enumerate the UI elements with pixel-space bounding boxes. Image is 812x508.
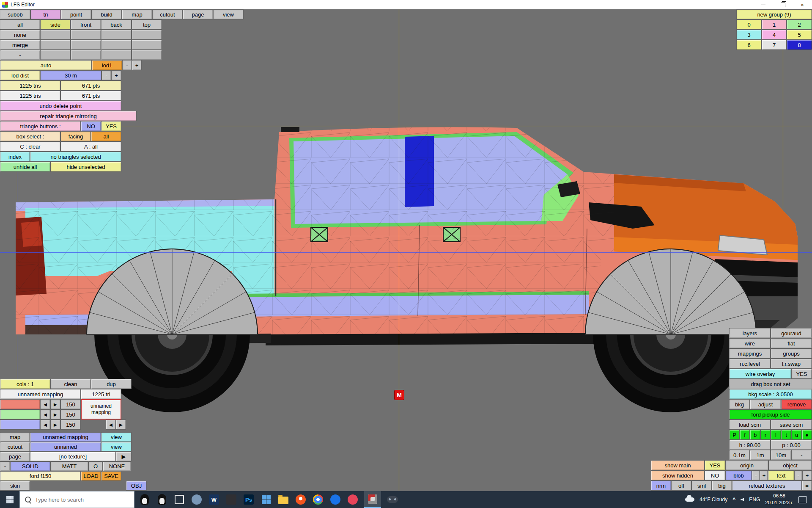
lod-dist-minus-button[interactable]: -: [102, 70, 111, 80]
lod-dist-plus-button[interactable]: +: [111, 70, 121, 80]
close-button[interactable]: ×: [793, 0, 812, 9]
bkg-adjust-button[interactable]: adjust: [750, 399, 781, 409]
penguin-app-icon-1[interactable]: [139, 494, 151, 505]
mappings-button[interactable]: mappings: [729, 348, 771, 359]
view-top[interactable]: top: [132, 19, 162, 30]
tab-build[interactable]: build: [91, 9, 122, 19]
cols-button[interactable]: cols : 1: [0, 379, 50, 389]
nrm-big-button[interactable]: big: [712, 480, 732, 491]
text-minus-button[interactable]: -: [794, 470, 802, 480]
view-back[interactable]: back: [101, 19, 132, 30]
material-o-button[interactable]: O: [88, 461, 103, 471]
dup-button[interactable]: dup: [91, 379, 132, 389]
channel-blue-decrease-button[interactable]: ◄: [40, 420, 50, 430]
proj-b-button[interactable]: b: [750, 430, 760, 440]
controller-app-icon[interactable]: [387, 494, 398, 505]
tray-chevron-icon[interactable]: ^: [732, 497, 735, 502]
task-view-icon[interactable]: [173, 494, 185, 505]
lod-minus-button[interactable]: -: [122, 60, 132, 70]
object-button[interactable]: object: [768, 460, 812, 470]
skin-button[interactable]: skin: [0, 481, 30, 491]
groups-button[interactable]: groups: [771, 348, 812, 359]
start-button[interactable]: [0, 491, 19, 508]
new-group-button[interactable]: new group (9): [736, 9, 812, 19]
blob-minus-button[interactable]: -: [752, 470, 760, 480]
lod-plus-button[interactable]: +: [132, 60, 142, 70]
tab-tri[interactable]: tri: [30, 9, 61, 19]
layers-button[interactable]: layers: [729, 328, 771, 338]
channel-blue-swatch[interactable]: [0, 420, 40, 430]
lfs-editor-taskbar-icon[interactable]: [364, 491, 381, 508]
channel-red-increase-button[interactable]: ►: [50, 399, 60, 409]
view-front[interactable]: front: [71, 19, 101, 30]
dark-app-icon[interactable]: [225, 494, 237, 505]
flat-button[interactable]: flat: [771, 338, 812, 348]
mapping-name-field[interactable]: unnamed mapping: [0, 389, 81, 399]
dash-button[interactable]: -: [0, 50, 40, 60]
tab-map[interactable]: map: [122, 9, 152, 19]
wire-overlay-yes-button[interactable]: YES: [791, 369, 812, 379]
map-value[interactable]: unnamed mapping: [30, 432, 101, 442]
cutout-view-button[interactable]: view: [101, 442, 132, 452]
select-all-button[interactable]: A : all: [60, 141, 121, 152]
channel-red-swatch[interactable]: [0, 399, 40, 409]
save-scm-button[interactable]: save scm: [771, 420, 812, 430]
nrm-off-button[interactable]: off: [671, 480, 691, 491]
bkg-button[interactable]: bkg: [729, 399, 750, 409]
browser-app-icon[interactable]: [191, 494, 203, 505]
tab-point[interactable]: point: [61, 9, 91, 19]
material-none-button[interactable]: NONE: [103, 461, 131, 471]
reload-textures-button[interactable]: reload textures: [732, 480, 802, 491]
mapping-prev-button[interactable]: ◄: [106, 420, 116, 430]
proj-t-button[interactable]: t: [781, 430, 791, 440]
proj-l-button[interactable]: l: [771, 430, 781, 440]
clear-selection-button[interactable]: C : clear: [0, 141, 60, 152]
material-dash-button[interactable]: -: [0, 461, 10, 471]
brave-app-icon[interactable]: [295, 494, 307, 505]
bkg-image-name[interactable]: ford pickup side: [729, 409, 812, 420]
merge-button[interactable]: merge: [0, 40, 40, 50]
group-1-button[interactable]: 1: [762, 19, 787, 30]
auto-button[interactable]: auto: [0, 60, 92, 70]
notification-center-icon[interactable]: [798, 496, 807, 503]
proj-p-button[interactable]: P: [729, 430, 740, 440]
proj-r-button[interactable]: r: [760, 430, 771, 440]
cutout-value[interactable]: unnamed: [30, 442, 101, 452]
proj-dot-button[interactable]: ●: [802, 430, 812, 440]
bkg-remove-button[interactable]: remove: [781, 399, 812, 409]
load-scm-button[interactable]: load scm: [729, 420, 771, 430]
model-name-field[interactable]: ford f150: [0, 471, 81, 481]
text-button[interactable]: text: [768, 470, 794, 480]
penguin-app-icon-2[interactable]: [156, 494, 168, 505]
nrm-sml-button[interactable]: sml: [691, 480, 712, 491]
mapping-list-item[interactable]: unnamed mapping: [81, 399, 121, 420]
map-view-button[interactable]: view: [101, 432, 132, 442]
group-8-button[interactable]: 8: [787, 40, 812, 50]
media-app-icon[interactable]: [347, 494, 359, 505]
show-main-toggle[interactable]: YES: [705, 460, 725, 470]
tab-subob[interactable]: subob: [0, 9, 30, 19]
save-button[interactable]: SAVE: [101, 471, 121, 481]
hide-unselected-button[interactable]: hide unselected: [50, 162, 121, 172]
chrome-app-icon[interactable]: [312, 494, 324, 505]
store-app-icon[interactable]: [260, 494, 272, 505]
lod1-button[interactable]: lod1: [92, 60, 122, 70]
tab-cutout[interactable]: cutout: [152, 9, 183, 19]
origin-button[interactable]: origin: [725, 460, 768, 470]
group-0-button[interactable]: 0: [736, 19, 762, 30]
group-2-button[interactable]: 2: [787, 19, 812, 30]
page-next-button[interactable]: ▶: [116, 452, 132, 461]
weather-status[interactable]: 44°F Cloudy: [700, 497, 727, 502]
channel-blue-increase-button[interactable]: ►: [50, 420, 60, 430]
mirror-axis-handle[interactable]: M: [394, 390, 404, 400]
wire-button[interactable]: wire: [729, 338, 771, 348]
load-button[interactable]: LOAD: [81, 471, 101, 481]
obj-button[interactable]: OBJ: [126, 481, 147, 491]
eq-button[interactable]: =: [802, 480, 812, 491]
view-all[interactable]: all: [0, 19, 40, 30]
box-select-all[interactable]: all: [91, 131, 121, 141]
taskbar-search[interactable]: [19, 491, 134, 508]
triangle-buttons-no[interactable]: NO: [81, 121, 101, 131]
group-5-button[interactable]: 5: [787, 30, 812, 40]
restore-button[interactable]: [773, 0, 793, 9]
